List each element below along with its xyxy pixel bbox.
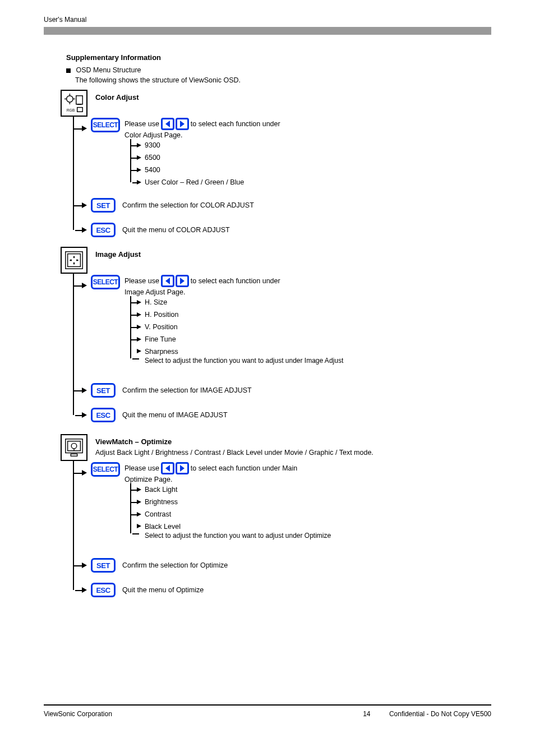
footer-right: 14 Confidential - Do Not Copy VE500 xyxy=(363,710,491,718)
optimize-title: ViewMatch – Optimize xyxy=(95,434,373,446)
svg-point-0 xyxy=(67,96,73,102)
esc-button[interactable]: ESC xyxy=(91,223,116,237)
image-adjust-icon xyxy=(61,247,87,274)
optimize-subtitle: Adjust Back Light / Brightness / Contras… xyxy=(95,448,373,458)
image-title: Image Adjust xyxy=(95,247,141,259)
list-item: H. Size xyxy=(145,298,167,306)
list-item: Contrast xyxy=(145,510,171,518)
svg-rect-10 xyxy=(68,254,81,267)
optimize-icon xyxy=(61,434,87,461)
header-divider xyxy=(44,27,491,35)
list-item: 9300 xyxy=(145,141,160,149)
esc-text: Quit the menu of COLOR ADJUST xyxy=(122,225,230,234)
list-item: V. Position xyxy=(145,323,178,331)
esc-button[interactable]: ESC xyxy=(91,408,116,422)
menu-block-image: Image Adjust SELECT Please use xyxy=(61,247,491,427)
arrows-note-suffix: to select each function under xyxy=(191,120,280,128)
intro-line-1: OSD Menu Structure xyxy=(66,66,491,74)
right-arrow-button[interactable] xyxy=(176,462,189,474)
list-item: Sharpness xyxy=(145,348,343,356)
esc-button[interactable]: ESC xyxy=(91,583,116,597)
svg-rect-8 xyxy=(77,108,83,112)
svg-rect-15 xyxy=(71,454,77,456)
color-adjust-icon: RGB xyxy=(61,90,87,117)
list-item: Brightness xyxy=(145,498,178,506)
list-item: H. Position xyxy=(145,311,178,319)
svg-rect-5 xyxy=(76,96,82,104)
header-text: User's Manual xyxy=(44,16,86,24)
right-arrow-button[interactable] xyxy=(176,118,189,130)
select-button[interactable]: SELECT xyxy=(91,275,120,289)
set-button[interactable]: SET xyxy=(91,558,116,573)
select-button[interactable]: SELECT xyxy=(91,462,120,477)
color-title: Color Adjust xyxy=(95,90,139,102)
select-button[interactable]: SELECT xyxy=(91,118,120,132)
supplementary-title: Supplementary Information xyxy=(66,53,491,62)
intro-line-2: The following shows the structure of Vie… xyxy=(75,76,491,84)
list-item-extra: Select to adjust the function you want t… xyxy=(145,532,331,540)
list-item: 5400 xyxy=(145,166,160,174)
svg-text:RGB: RGB xyxy=(67,108,75,112)
left-arrow-button[interactable] xyxy=(161,118,174,130)
bullet-icon xyxy=(66,68,71,73)
set-button[interactable]: SET xyxy=(91,198,116,213)
list-item: Black Level xyxy=(145,523,331,531)
svg-rect-9 xyxy=(66,252,82,269)
select-sub-line: Color Adjust Page. xyxy=(124,131,280,139)
arrows-note-prefix: Please use xyxy=(124,120,159,128)
list-item: User Color – Red / Green / Blue xyxy=(145,178,244,186)
list-item: Fine Tune xyxy=(145,335,176,343)
left-arrow-button[interactable] xyxy=(161,275,174,287)
svg-point-13 xyxy=(71,443,77,449)
footer-left: ViewSonic Corporation xyxy=(44,710,112,718)
right-arrow-button[interactable] xyxy=(176,275,189,287)
list-item-extra: Select to adjust the function you want t… xyxy=(145,357,343,365)
set-text: Confirm the selection for COLOR ADJUST xyxy=(122,201,254,210)
menu-block-color: RGB Color Adjust SELECT Please use xyxy=(61,90,491,242)
list-item: 6500 xyxy=(145,154,160,162)
footer-divider xyxy=(44,704,491,706)
set-button[interactable]: SET xyxy=(91,383,116,398)
list-item: Back Light xyxy=(145,486,177,494)
left-arrow-button[interactable] xyxy=(161,462,174,474)
menu-block-optimize: ViewMatch – Optimize Adjust Back Light /… xyxy=(61,434,491,602)
